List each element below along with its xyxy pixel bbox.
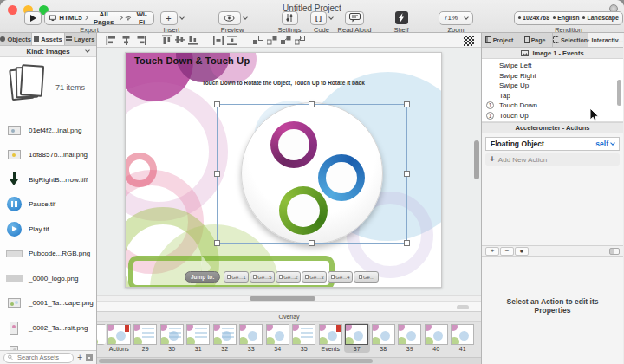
jump-page-button[interactable]: Ge...5 xyxy=(250,271,275,283)
asset-item[interactable]: Play.tif xyxy=(0,217,96,242)
selection-handle[interactable] xyxy=(404,240,410,246)
tab-layers[interactable]: Layers xyxy=(65,33,96,45)
tab-project[interactable]: Project xyxy=(482,33,517,47)
panel-toggle-icon[interactable] xyxy=(609,248,620,255)
timeline-page[interactable]: 31 xyxy=(185,323,212,353)
record-button[interactable]: ● xyxy=(515,247,529,256)
tab-objects[interactable]: Objects xyxy=(0,33,32,45)
event-swipe-right[interactable]: Swipe Right xyxy=(482,71,623,81)
asset-item[interactable]: _0000_logo.png xyxy=(0,266,96,291)
asset-item[interactable]: _0003_Ph...rait.png xyxy=(0,341,96,351)
timeline-page[interactable]: 30 xyxy=(159,323,185,353)
selection-handle[interactable] xyxy=(214,171,220,177)
asset-item[interactable]: 01ef4f2...inal.png xyxy=(0,118,96,143)
add-new-action-button[interactable]: +Add New Action xyxy=(485,153,620,166)
event-touch-up[interactable]: 1Touch Up xyxy=(482,111,623,121)
selection-handle[interactable] xyxy=(404,171,410,177)
asset-item[interactable]: BigRightB...rrow.tiff xyxy=(0,167,96,192)
insert-button[interactable]: + xyxy=(160,11,178,25)
asset-item[interactable]: _0001_Ta...cape.png xyxy=(0,291,96,316)
jump-page-button[interactable]: Ge... xyxy=(354,271,379,283)
splitter-handle-icon[interactable] xyxy=(457,305,469,309)
selection-handle[interactable] xyxy=(309,240,315,246)
align-top-icon[interactable] xyxy=(162,35,172,45)
align-left-icon[interactable] xyxy=(106,36,117,45)
code-button[interactable]: [ ] xyxy=(310,11,327,25)
timeline-page[interactable]: 35 xyxy=(291,323,318,353)
timeline-page-selected[interactable]: 37 xyxy=(344,323,371,353)
selection-handle[interactable] xyxy=(214,101,220,107)
event-swipe-up[interactable]: Swipe Up xyxy=(482,81,623,91)
canvas-horizontal-scrollbar[interactable] xyxy=(97,295,481,301)
jump-page-button[interactable]: Ge...2 xyxy=(276,271,301,283)
search-input[interactable] xyxy=(16,353,69,362)
canvas-work-area[interactable]: Touch Down & Touch Up Touch Down to Rota… xyxy=(97,48,481,295)
shelf-button[interactable] xyxy=(395,11,408,24)
asset-item[interactable]: Pause.tif xyxy=(0,192,96,218)
selection-handle[interactable] xyxy=(309,101,315,107)
asset-item[interactable]: _0002_Ta...rait.png xyxy=(0,315,96,341)
group-icon[interactable] xyxy=(253,36,263,45)
unlock-icon[interactable] xyxy=(295,36,305,45)
distribute-vertical-icon[interactable] xyxy=(227,36,237,45)
chevron-down-icon[interactable] xyxy=(179,15,185,20)
tab-interactivity[interactable]: Interactiv... xyxy=(588,33,623,47)
asset-view-toggle[interactable] xyxy=(86,354,93,361)
timeline-page[interactable]: 40 xyxy=(423,323,450,353)
add-button[interactable]: + xyxy=(485,247,499,256)
event-swipe-left[interactable]: Swipe Left xyxy=(482,61,623,71)
read-aloud-button[interactable] xyxy=(345,11,364,25)
timeline-page[interactable]: Actions xyxy=(106,323,133,353)
remove-button[interactable]: − xyxy=(500,247,514,256)
timeline-page[interactable]: 38 xyxy=(370,323,397,353)
settings-button[interactable] xyxy=(282,11,298,25)
target-scope-dropdown[interactable]: self xyxy=(595,140,614,148)
down-arrow-thumbnail xyxy=(5,171,23,188)
timeline-page[interactable]: 29 xyxy=(133,323,159,353)
jump-page-button[interactable]: Ge...4 xyxy=(328,271,353,283)
timeline-page[interactable]: 39 xyxy=(397,323,424,353)
export-breadcrumb[interactable]: HTML5 All Pages Wi-Fi xyxy=(44,11,154,25)
align-middle-icon[interactable] xyxy=(175,35,185,45)
timeline-page[interactable]: 33 xyxy=(238,323,265,353)
distribute-horizontal-icon[interactable] xyxy=(213,36,224,45)
chevron-down-icon[interactable] xyxy=(243,15,248,20)
timeline-scrollbar[interactable] xyxy=(97,357,481,364)
chevron-down-icon[interactable] xyxy=(328,15,334,20)
tab-selection[interactable]: Selection xyxy=(553,33,588,47)
qr-code-icon[interactable] xyxy=(464,36,474,46)
preview-button[interactable] xyxy=(218,11,241,25)
tab-page[interactable]: Page xyxy=(517,33,553,47)
events-scrollbar[interactable] xyxy=(617,80,621,106)
action-target-row[interactable]: Floating Object self xyxy=(485,137,620,151)
canvas-vertical-scrollbar[interactable] xyxy=(473,49,480,293)
timeline-page[interactable]: Events xyxy=(317,323,344,353)
asset-item[interactable]: Pubcode...RGB.png xyxy=(0,242,96,267)
event-touch-down[interactable]: 1Touch Down xyxy=(482,101,623,111)
lock-icon[interactable] xyxy=(281,36,291,45)
align-bottom-icon[interactable] xyxy=(188,35,198,45)
selection-handle[interactable] xyxy=(404,101,410,107)
overlay-bar[interactable]: Overlay xyxy=(97,312,481,322)
timeline-page-partial[interactable] xyxy=(97,323,106,345)
jump-page-button[interactable]: Ge...1 xyxy=(224,271,249,283)
selection-box[interactable] xyxy=(217,104,407,244)
asset-item[interactable]: 1df8857b...inal.png xyxy=(0,143,96,168)
align-right-icon[interactable] xyxy=(135,36,146,45)
rendition-selector[interactable]: 1024x768 English Landscape xyxy=(514,11,623,25)
search-input-wrap[interactable] xyxy=(3,353,74,363)
tab-assets[interactable]: Assets xyxy=(32,33,64,45)
align-center-h-icon[interactable] xyxy=(120,36,132,45)
event-tap[interactable]: Tap xyxy=(482,91,623,101)
timeline-page[interactable]: 41 xyxy=(450,323,477,353)
kind-filter-dropdown[interactable]: Kind: Images xyxy=(0,46,96,57)
run-export-button[interactable] xyxy=(24,11,42,25)
timeline-page[interactable]: 32 xyxy=(211,323,238,353)
timeline-splitter[interactable] xyxy=(97,301,481,312)
timeline-page[interactable]: 34 xyxy=(264,323,291,353)
jump-page-button[interactable]: Ge...3 xyxy=(302,271,327,283)
add-asset-button[interactable]: + xyxy=(77,354,82,362)
ungroup-icon[interactable] xyxy=(267,36,277,45)
zoom-select[interactable]: 71% xyxy=(439,11,473,25)
selection-handle[interactable] xyxy=(214,240,220,246)
